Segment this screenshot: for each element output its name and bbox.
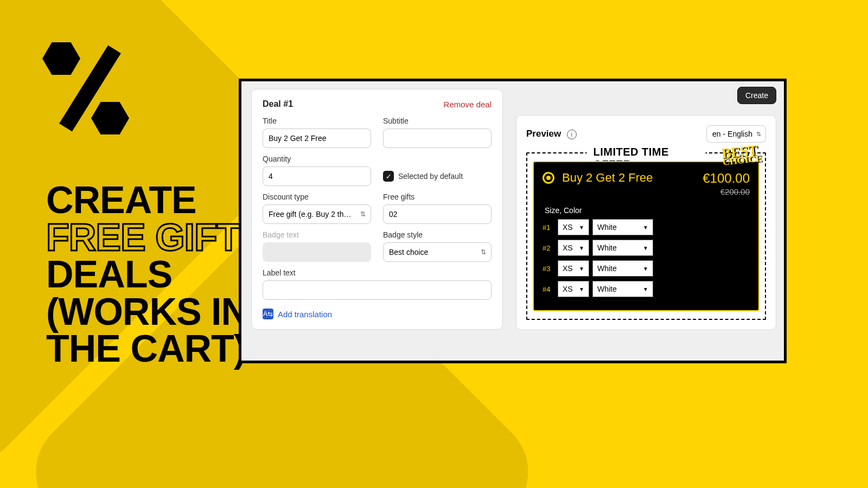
label-text-label: Label text bbox=[263, 268, 492, 277]
variant-header: Size, Color bbox=[545, 206, 750, 215]
color-select[interactable]: White▼ bbox=[592, 219, 653, 235]
caret-down-icon: ▼ bbox=[579, 224, 584, 230]
best-choice-badge: BESTCHOICE bbox=[722, 145, 763, 165]
badge-text-label: Badge text bbox=[263, 230, 371, 239]
variant-index: #2 bbox=[542, 244, 554, 252]
create-button[interactable]: Create bbox=[737, 87, 776, 104]
selected-default-label: Selected by default bbox=[398, 172, 463, 181]
variant-index: #4 bbox=[542, 285, 554, 293]
quantity-label: Quantity bbox=[263, 155, 371, 163]
variant-index: #3 bbox=[542, 265, 554, 273]
preview-heading: Preview bbox=[526, 129, 561, 139]
variant-row: #2 XS▼ White▼ bbox=[542, 240, 750, 256]
add-translation-link[interactable]: A⇆ Add translation bbox=[263, 309, 492, 319]
selected-default-checkbox[interactable]: ✓ bbox=[383, 171, 394, 182]
discount-type-select[interactable] bbox=[263, 204, 371, 224]
caret-down-icon: ▼ bbox=[643, 224, 648, 230]
app-window: Deal #1 Remove deal Title Subtitle Quant… bbox=[239, 79, 787, 363]
size-select[interactable]: XS▼ bbox=[558, 240, 589, 256]
caret-down-icon: ▼ bbox=[579, 245, 584, 251]
deal-form-card: Deal #1 Remove deal Title Subtitle Quant… bbox=[251, 89, 503, 330]
free-gifts-label: Free gifts bbox=[383, 192, 492, 201]
deal-preview-block: BESTCHOICE Buy 2 Get 2 Free €100.00 €200… bbox=[533, 161, 760, 311]
color-select[interactable]: White▼ bbox=[592, 281, 653, 297]
info-icon[interactable]: i bbox=[567, 130, 577, 139]
caret-down-icon: ▼ bbox=[579, 266, 584, 272]
label-text-input[interactable] bbox=[263, 280, 492, 300]
free-gifts-input[interactable] bbox=[383, 204, 492, 224]
deal-heading: Deal #1 bbox=[263, 99, 293, 109]
color-select[interactable]: White▼ bbox=[592, 260, 653, 277]
size-select[interactable]: XS▼ bbox=[558, 260, 589, 277]
caret-down-icon: ▼ bbox=[643, 286, 648, 292]
preview-card: Preview i en - English ⇅ LIMITED TIME OF… bbox=[516, 115, 776, 330]
subtitle-label: Subtitle bbox=[383, 117, 492, 125]
caret-down-icon: ▼ bbox=[643, 245, 648, 251]
title-input[interactable] bbox=[263, 129, 371, 148]
caret-down-icon: ▼ bbox=[579, 286, 584, 292]
deal-title-preview: Buy 2 Get 2 Free bbox=[562, 171, 695, 185]
subtitle-input[interactable] bbox=[383, 129, 492, 148]
chevron-updown-icon: ⇅ bbox=[756, 131, 761, 138]
marketing-headline: CREATE FREE GIFT DEALS (WORKS IN THE CAR… bbox=[46, 182, 248, 368]
translate-icon: A⇆ bbox=[263, 309, 273, 319]
badge-text-input bbox=[263, 242, 371, 262]
language-select[interactable]: en - English ⇅ bbox=[706, 125, 766, 143]
variant-index: #1 bbox=[542, 223, 554, 232]
remove-deal-link[interactable]: Remove deal bbox=[444, 100, 492, 109]
deal-old-price: €200.00 bbox=[703, 187, 750, 196]
title-label: Title bbox=[263, 117, 371, 125]
deal-price: €100.00 bbox=[703, 171, 750, 186]
variant-row: #1 XS▼ White▼ bbox=[542, 219, 750, 235]
size-select[interactable]: XS▼ bbox=[558, 281, 589, 297]
color-select[interactable]: White▼ bbox=[592, 240, 653, 256]
badge-style-select[interactable] bbox=[383, 242, 492, 262]
deal-radio[interactable] bbox=[542, 172, 554, 184]
percent-logo bbox=[42, 42, 140, 140]
variant-row: #4 XS▼ White▼ bbox=[542, 281, 750, 297]
caret-down-icon: ▼ bbox=[643, 266, 648, 272]
variant-row: #3 XS▼ White▼ bbox=[542, 260, 750, 277]
size-select[interactable]: XS▼ bbox=[558, 219, 589, 235]
discount-type-label: Discount type bbox=[263, 192, 371, 201]
offer-container: LIMITED TIME OFFER BESTCHOICE Buy 2 Get … bbox=[526, 152, 766, 320]
badge-style-label: Badge style bbox=[383, 230, 492, 239]
quantity-input[interactable] bbox=[263, 166, 371, 186]
